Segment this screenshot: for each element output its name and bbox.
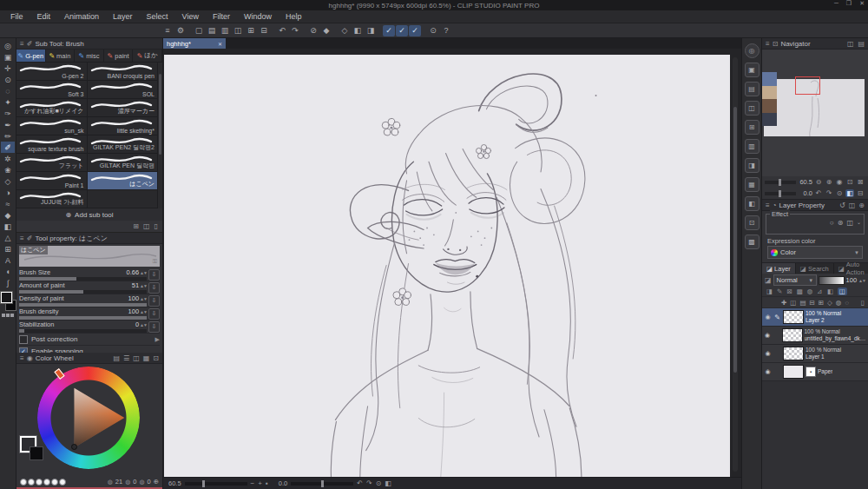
- pressure-settings-button[interactable]: ⇩: [148, 295, 160, 307]
- revert-icon[interactable]: ↺: [839, 202, 845, 209]
- menu-item-select[interactable]: Select: [140, 12, 175, 21]
- lock-layer-icon[interactable]: ⊠: [786, 287, 792, 295]
- new-vector-layer-icon[interactable]: ◫: [790, 299, 796, 307]
- lock-icon[interactable]: ⚿: [153, 258, 157, 265]
- delete-layer-icon[interactable]: ▯: [861, 299, 865, 307]
- menu-item-animation[interactable]: Animation: [57, 12, 106, 21]
- switch-mode-icon[interactable]: ⊕: [154, 478, 159, 486]
- color-history-dot[interactable]: [36, 479, 43, 486]
- color-history-dot[interactable]: [51, 479, 58, 486]
- set-ruler-icon[interactable]: ⊿: [817, 287, 822, 295]
- opacity-slider[interactable]: [819, 276, 844, 285]
- merge-visible-icon[interactable]: ◇: [827, 299, 832, 307]
- layer-tab-search[interactable]: ◪Search: [796, 263, 834, 274]
- checkbox-unchecked[interactable]: [19, 335, 28, 344]
- panel-menu-icon[interactable]: ≡: [20, 235, 24, 242]
- slider-track[interactable]: [19, 290, 147, 294]
- snap-to-grid-icon[interactable]: ✓: [409, 25, 421, 36]
- color-history-dot[interactable]: [20, 479, 27, 486]
- subtool-tab-misc[interactable]: ✎misc: [75, 50, 104, 62]
- apply-mask-icon[interactable]: ◌: [845, 299, 848, 307]
- layer-row[interactable]: ◉▪Paper: [762, 363, 868, 381]
- slider-stepper[interactable]: ▲▼: [140, 283, 147, 288]
- canvas-rotation-slider[interactable]: [291, 482, 353, 486]
- menu-item-file[interactable]: File: [3, 12, 30, 21]
- brush-item[interactable]: SOL: [88, 81, 159, 99]
- rotate-right-icon[interactable]: ↷: [366, 479, 372, 487]
- layer-row[interactable]: ◉100 % NormalLayer 1: [762, 345, 868, 363]
- lock-transparent-icon[interactable]: ▩: [797, 287, 803, 295]
- text-tool-icon[interactable]: A: [1, 254, 15, 266]
- slider-stepper[interactable]: ▲▼: [140, 270, 147, 275]
- expression-color-dropdown[interactable]: Color ▼: [767, 246, 863, 259]
- material-panel-icon[interactable]: ⊡: [745, 215, 760, 230]
- brush-item[interactable]: Soft 3: [16, 81, 88, 99]
- transfer-layer-icon[interactable]: ⊟: [809, 299, 814, 307]
- new-subtool-icon[interactable]: ⊞: [133, 222, 139, 230]
- pressure-settings-button[interactable]: ⇩: [148, 308, 160, 320]
- brush-item[interactable]: はこペン: [88, 172, 159, 190]
- brush-item[interactable]: GILTAK PEN 딜락펜: [88, 154, 159, 172]
- gradient-tool-icon[interactable]: ◧: [1, 221, 15, 232]
- canvas-tab-close-icon[interactable]: ✕: [218, 41, 222, 47]
- brush-tool-icon[interactable]: ✐: [1, 142, 15, 153]
- menu-item-edit[interactable]: Edit: [30, 12, 58, 21]
- material-panel-icon[interactable]: ◨: [745, 158, 760, 173]
- navigator-zoom-slider[interactable]: [765, 181, 796, 184]
- subtool-tab-G-pen[interactable]: ✎G-pen: [16, 50, 46, 62]
- slider-track[interactable]: [19, 303, 147, 307]
- close-button[interactable]: ✕: [859, 0, 865, 7]
- slider-stepper[interactable]: ▲▼: [140, 322, 147, 327]
- brush-item[interactable]: JUJU팩 가-顔料: [16, 190, 88, 208]
- brush-item[interactable]: Paint 1: [16, 172, 88, 190]
- slider-stepper[interactable]: ▲▼: [140, 296, 147, 301]
- layer-tab-layer[interactable]: ◪Layer: [762, 263, 796, 274]
- duplicate-subtool-icon[interactable]: ◫: [143, 222, 150, 230]
- reset-view-icon[interactable]: ?: [440, 25, 452, 36]
- subview-icon[interactable]: ◫: [847, 40, 854, 48]
- new-folder-icon[interactable]: ▤: [799, 299, 806, 307]
- eyedropper-tool-icon[interactable]: ✑: [1, 108, 15, 119]
- fill-icon[interactable]: ◆: [320, 25, 332, 36]
- print-icon[interactable]: ⊟: [258, 25, 270, 36]
- combine-layer-icon[interactable]: ⊞: [819, 299, 824, 307]
- quick-access-icon[interactable]: ◎: [745, 43, 760, 58]
- add-subtool-row[interactable]: ⊕ Add sub tool: [16, 208, 162, 221]
- nav-zoom-out-icon[interactable]: ⊖: [814, 178, 823, 186]
- material-panel-icon[interactable]: ⊞: [745, 120, 760, 135]
- menu-item-view[interactable]: View: [175, 12, 206, 21]
- visibility-eye-icon[interactable]: ◉: [764, 350, 772, 357]
- auto-select-tool-icon[interactable]: ✦: [1, 96, 15, 108]
- approx-color-icon[interactable]: ▦: [143, 354, 150, 362]
- material-panel-icon[interactable]: ◧: [745, 196, 760, 211]
- subtool-tab-ほか[interactable]: ✎ほか: [133, 50, 162, 62]
- mask-icon[interactable]: ◍: [836, 299, 842, 307]
- pen-tool-icon[interactable]: ✒: [1, 119, 15, 130]
- menu-item-layer[interactable]: Layer: [106, 12, 140, 21]
- delete-subtool-icon[interactable]: ▯: [155, 222, 158, 230]
- decoration-tool-icon[interactable]: ❀: [1, 164, 15, 175]
- canvas-vertical-scrollbar[interactable]: [733, 57, 738, 472]
- visibility-eye-icon[interactable]: ◉: [764, 368, 772, 375]
- clip-at-layer-icon[interactable]: ◨: [766, 287, 773, 295]
- invert-selection-icon[interactable]: ◨: [365, 25, 377, 36]
- material-panel-icon[interactable]: ▦: [745, 177, 760, 192]
- brush-item[interactable]: [88, 190, 159, 208]
- layer-tab-auto-action[interactable]: ◪Auto Action: [834, 263, 868, 274]
- two-pane-icon[interactable]: ◫: [838, 287, 847, 295]
- visibility-eye-icon[interactable]: ◉: [764, 314, 772, 320]
- material-panel-icon[interactable]: ▣: [745, 63, 760, 77]
- set-as-draft-icon[interactable]: ✎: [777, 287, 782, 295]
- selection-tool-icon[interactable]: ◌: [1, 85, 15, 96]
- select-area-icon[interactable]: ◇: [339, 25, 351, 36]
- palette-color-icon[interactable]: ◪: [765, 276, 772, 284]
- flip-vertical-icon[interactable]: ⊟: [856, 189, 865, 197]
- nav-reset-rotation-icon[interactable]: ⊙: [835, 189, 844, 197]
- reset-rotation-icon[interactable]: ⊙: [376, 479, 382, 487]
- slider-stepper[interactable]: ▲▼: [140, 309, 147, 314]
- menu-item-window[interactable]: Window: [237, 12, 279, 21]
- color-history-icon[interactable]: ⊡: [153, 354, 159, 362]
- color-history-dot[interactable]: [28, 479, 35, 486]
- foreground-color-chip[interactable]: [1, 292, 12, 303]
- line-correction-tool-icon[interactable]: ∫: [1, 277, 15, 288]
